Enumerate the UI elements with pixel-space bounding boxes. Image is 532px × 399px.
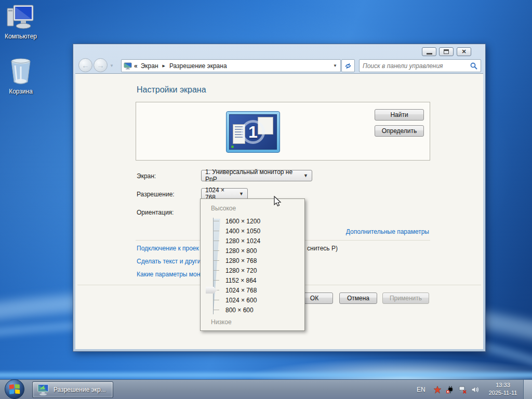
clock-time: 13:33: [484, 381, 522, 389]
resolution-option[interactable]: 1280 × 1024: [213, 236, 301, 246]
advanced-settings-link[interactable]: Дополнительные параметры: [346, 228, 429, 235]
language-indicator[interactable]: EN: [417, 386, 425, 393]
slider-tick: [213, 300, 219, 300]
close-icon: ✕: [461, 49, 466, 55]
orientation-label: Ориентация:: [137, 209, 174, 216]
resolution-option-label: 1280 × 1024: [225, 237, 260, 245]
search-box[interactable]: [359, 59, 481, 72]
recycle-bin-icon: [10, 58, 32, 85]
detect-button[interactable]: Найти: [375, 109, 424, 121]
low-label: Низкое: [211, 318, 232, 326]
breadcrumb-screen[interactable]: Экран: [141, 62, 158, 70]
resolution-option-label: 1600 × 1200: [225, 218, 260, 225]
desktop-icon-computer[interactable]: Компьютер: [1, 4, 41, 40]
chevron-down-icon: ▼: [235, 191, 244, 196]
resolution-options: 1600 × 12001400 × 10501280 × 10241280 × …: [213, 216, 301, 315]
preview-start-dot: [231, 145, 234, 148]
screen-label: Экран:: [137, 172, 156, 180]
search-icon: [470, 62, 477, 70]
resolution-option[interactable]: 800 × 600: [213, 305, 301, 315]
computer-icon: [6, 4, 35, 30]
clock-date: 2025-11-11: [484, 389, 522, 397]
monitor-number: 1: [248, 123, 258, 142]
monitor-preview[interactable]: 1: [226, 111, 280, 153]
projector-link[interactable]: Подключение к проек: [137, 245, 199, 252]
resolution-option[interactable]: 1280 × 768: [213, 256, 301, 265]
address-dropdown-icon[interactable]: ▼: [333, 63, 337, 68]
minimize-icon: [427, 53, 432, 55]
text-size-link[interactable]: Сделать текст и другие: [137, 258, 204, 265]
volume-icon[interactable]: [471, 385, 479, 394]
action-center-icon[interactable]: [433, 385, 442, 394]
screen-select[interactable]: 1. Универсальный монитор не PnP ▼: [201, 170, 312, 181]
resolution-option[interactable]: 1152 × 864: [213, 275, 301, 285]
resolution-option[interactable]: 1400 × 1050: [213, 226, 301, 236]
minimize-button[interactable]: [422, 47, 436, 56]
slider-tick: [213, 250, 219, 251]
cancel-button[interactable]: Отмена: [339, 292, 377, 304]
taskbar-app-label: Разрешение экр...: [54, 386, 106, 393]
desktop-icon-label: Корзина: [1, 88, 41, 95]
start-button[interactable]: [5, 379, 24, 399]
resolution-option-label: 1024 × 600: [225, 297, 257, 304]
resolution-option-label: 1280 × 800: [225, 247, 257, 255]
resolution-option-label: 1280 × 768: [225, 257, 257, 264]
address-bar[interactable]: « Экран ▶ Разрешение экрана ▼: [121, 59, 341, 72]
breadcrumb-separator-icon: ▶: [163, 64, 165, 68]
display-icon: [124, 62, 132, 70]
search-input[interactable]: [360, 62, 470, 70]
network-error-icon[interactable]: [458, 385, 467, 394]
refresh-button[interactable]: [341, 59, 355, 72]
desktop-icon-label: Компьютер: [1, 33, 41, 40]
high-label: Высокое: [211, 205, 236, 212]
breadcrumb-overflow[interactable]: «: [134, 62, 138, 70]
resolution-dropdown-panel: Высокое 1600 × 12001400 × 10501280 × 102…: [200, 198, 305, 331]
display-settings-icon: [37, 384, 49, 395]
refresh-icon: [344, 62, 352, 70]
resolution-option-label: 1400 × 1050: [225, 228, 260, 235]
monitor-preview-panel: 1 Найти Определить: [136, 102, 430, 161]
show-desktop-button[interactable]: [523, 380, 532, 399]
apply-button: Применить: [382, 292, 429, 304]
resolution-option-label: 532 × 399: [225, 287, 257, 294]
resolution-option[interactable]: 1280 × 800: [213, 246, 301, 256]
page-title: Настройки экрана: [137, 85, 206, 95]
slider-tick: [213, 231, 219, 231]
monitor-number-ring: 1: [241, 120, 265, 144]
slider-tick: [213, 241, 219, 241]
taskbar-clock[interactable]: 13:33 2025-11-11: [484, 381, 522, 397]
forward-button[interactable]: →: [94, 58, 108, 72]
close-button[interactable]: ✕: [457, 47, 471, 56]
chevron-down-icon: ▼: [299, 173, 308, 178]
slider-tick: [213, 221, 219, 221]
resolution-select[interactable]: 532 × 399 ▼: [201, 188, 248, 200]
taskbar-app-button[interactable]: Разрешение экр...: [32, 381, 113, 398]
resolution-option[interactable]: 1280 × 720: [213, 265, 301, 275]
desktop-icon-recycle-bin[interactable]: Корзина: [1, 58, 41, 95]
back-button[interactable]: ←: [78, 58, 92, 72]
resolution-option-label: 1280 × 720: [225, 267, 257, 274]
windows-logo-icon: [9, 384, 20, 394]
monitor-params-link[interactable]: Какие параметры мон: [137, 271, 200, 278]
projector-hint-fragment: снитесь P): [307, 245, 338, 252]
maximize-button[interactable]: [439, 47, 454, 56]
slider-tick: [213, 310, 219, 310]
recent-pages-dropdown-icon[interactable]: ▼: [110, 63, 114, 68]
power-plug-icon[interactable]: [446, 385, 454, 394]
slider-tick: [213, 280, 219, 281]
slider-tick: [213, 260, 219, 261]
navigation-toolbar: ← → ▼ « Экран ▶ Разрешение экрана ▼: [73, 58, 485, 73]
slider-tick: [213, 270, 219, 271]
resolution-option-label: 1152 × 864: [225, 277, 257, 284]
maximize-icon: [444, 49, 449, 54]
identify-button[interactable]: Определить: [375, 125, 424, 137]
resolution-option[interactable]: 1600 × 1200: [213, 216, 301, 226]
breadcrumb-resolution[interactable]: Разрешение экрана: [169, 62, 227, 70]
window-titlebar[interactable]: ✕: [73, 44, 485, 58]
resolution-option[interactable]: 532 × 399: [213, 285, 301, 295]
screen-select-value: 1. Универсальный монитор не PnP: [205, 168, 299, 183]
resolution-option[interactable]: 1024 × 600: [213, 295, 301, 305]
monitor-preview-screen: 1: [229, 114, 277, 150]
resolution-option-label: 800 × 600: [225, 307, 254, 314]
taskbar: Разрешение экр... EN: [0, 379, 532, 399]
